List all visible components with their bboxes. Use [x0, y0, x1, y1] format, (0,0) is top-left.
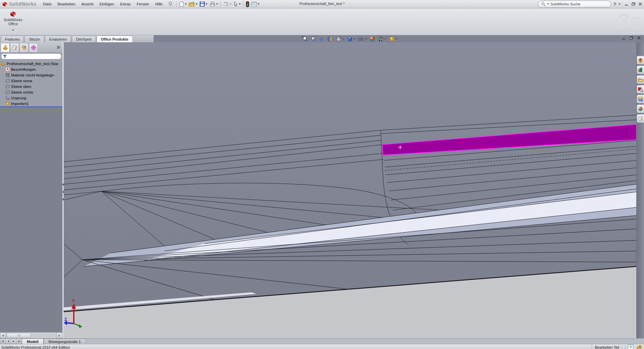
appearances-sphere-icon: [638, 106, 643, 111]
part-icon: [1, 61, 5, 66]
open-button[interactable]: [188, 1, 199, 7]
select-cursor-icon: [233, 1, 238, 7]
last-tab-button[interactable]: [16, 339, 22, 344]
doc-restore-button[interactable]: [630, 36, 633, 40]
configurationmanager-tab[interactable]: [19, 43, 29, 52]
tree-item-material[interactable]: Material <nicht festgelegt>: [0, 72, 62, 78]
previous-view-button[interactable]: [318, 36, 326, 42]
doc-minimize-button[interactable]: [622, 36, 626, 40]
panel-collapse-handle[interactable]: [62, 183, 64, 201]
open-folder-icon: [189, 1, 195, 7]
restore-button[interactable]: [632, 2, 635, 6]
tree-item-ebene-oben[interactable]: Ebene oben: [0, 84, 62, 89]
help-button[interactable]: ?: [613, 2, 616, 7]
doc-close-button[interactable]: [637, 36, 641, 40]
scroll-left-button[interactable]: [0, 333, 6, 338]
previous-tab-button[interactable]: [5, 339, 11, 344]
new-document-button[interactable]: [178, 1, 188, 7]
close-button[interactable]: [639, 2, 642, 6]
menu-einfuegen[interactable]: Einfügen: [97, 1, 117, 7]
edition-text: SolidWorks Professional 2010 x64 Edition: [1, 345, 70, 349]
tab-skizze[interactable]: Skizze: [24, 36, 44, 42]
tree-item-label: Material <nicht festgelegt>: [11, 73, 54, 77]
help-caret[interactable]: [619, 3, 621, 5]
menu-ansicht[interactable]: Ansicht: [78, 1, 97, 7]
pin-menu-icon[interactable]: [168, 2, 172, 6]
print-button[interactable]: [209, 1, 219, 7]
tree-item-annotations[interactable]: A Beschriftungen: [0, 66, 62, 72]
options-button[interactable]: [250, 1, 261, 7]
edit-appearance-button[interactable]: [369, 36, 376, 42]
tag-icon[interactable]: [636, 345, 643, 349]
tab-features[interactable]: Features: [1, 36, 24, 42]
tab-bewegungsstudie-1[interactable]: Bewegungsstudie 1: [44, 339, 86, 344]
tree-item-importiert1[interactable]: Importiert1: [0, 101, 62, 106]
rebuild-traffic-light-icon: [246, 1, 249, 7]
search-input[interactable]: SolidWorks Suche: [538, 1, 611, 7]
tree-item-ursprung[interactable]: Ursprung: [0, 95, 62, 101]
save-button[interactable]: [199, 1, 209, 7]
menu-bearbeiten[interactable]: Bearbeiten: [54, 1, 78, 7]
command-tab-row: Features Skizze Evaluieren DimXpert Offi…: [0, 35, 644, 42]
file-explorer-button[interactable]: [637, 75, 644, 84]
select-button[interactable]: [232, 1, 242, 7]
zoom-to-fit-button[interactable]: [302, 36, 309, 42]
minimize-button[interactable]: [625, 2, 628, 6]
view-orientation-button[interactable]: [335, 36, 345, 42]
apply-scene-button[interactable]: [377, 36, 387, 42]
custom-properties-button[interactable]: [637, 114, 644, 123]
tree-item-label: Beschriftungen: [11, 67, 36, 71]
tab-office-produkte[interactable]: Office Produkte: [97, 36, 133, 42]
chevron-right-double-icon: [56, 46, 60, 49]
tree-item-ebene-vorne[interactable]: Ebene vorne: [0, 78, 62, 84]
tree-filter-input[interactable]: [1, 53, 61, 59]
featuremanager-tab[interactable]: [1, 43, 10, 52]
plane-icon: [5, 79, 10, 83]
first-tab-button[interactable]: [0, 339, 5, 344]
design-library-button[interactable]: [637, 65, 644, 74]
tab-evaluieren[interactable]: Evaluieren: [45, 36, 71, 42]
options-icon: [251, 2, 257, 7]
scroll-thumb[interactable]: [7, 333, 31, 338]
undo-button[interactable]: [222, 1, 232, 7]
tree-root-label: Prothesenschaft_fein_test (Star: [7, 62, 58, 66]
search-scope-caret[interactable]: [547, 3, 549, 5]
ribbon-area: S W SolidWorks Office 3s: [0, 8, 644, 35]
menu-extras[interactable]: Extras: [117, 1, 133, 7]
toolbar-separator: [243, 1, 244, 7]
graphics-viewport[interactable]: X Z: [64, 42, 636, 338]
search-pane-button[interactable]: [637, 85, 644, 94]
tree-root-item[interactable]: Prothesenschaft_fein_test (Star: [0, 61, 62, 66]
menu-datei[interactable]: Datei: [40, 1, 55, 7]
menu-hilfe[interactable]: Hilfe: [152, 1, 166, 7]
propertymanager-tab[interactable]: [10, 43, 19, 52]
scroll-right-button[interactable]: [56, 333, 62, 338]
tab-modell[interactable]: Modell: [22, 339, 44, 344]
rebuild-button[interactable]: [245, 1, 250, 7]
zoom-to-area-icon: ?: [311, 36, 317, 42]
svg-text:W: W: [5, 4, 7, 6]
tree-split-bar[interactable]: [0, 106, 62, 107]
quick-tips-button[interactable]: ?: [628, 345, 633, 349]
hide-show-items-button[interactable]: [357, 36, 368, 42]
solidworks-resources-button[interactable]: [637, 56, 644, 64]
zoom-to-area-button[interactable]: ?: [310, 36, 317, 42]
solidworks-office-button[interactable]: S W SolidWorks Office: [2, 10, 24, 34]
display-style-button[interactable]: [346, 36, 356, 42]
next-tab-button[interactable]: [11, 339, 16, 344]
appearances-button[interactable]: [637, 104, 644, 113]
feature-manager-panel: Prothesenschaft_fein_test (Star A Beschr…: [0, 42, 64, 338]
annotations-icon: A: [5, 67, 10, 71]
view-palette-button[interactable]: [637, 95, 644, 103]
section-view-button[interactable]: [327, 36, 334, 42]
panel-overflow-button[interactable]: [56, 46, 60, 49]
triad-x-label: X: [72, 298, 75, 303]
svg-text:S: S: [11, 12, 13, 14]
view-settings-button[interactable]: [388, 36, 398, 42]
panel-horizontal-scrollbar[interactable]: [0, 332, 62, 338]
tab-dimxpert[interactable]: DimXpert: [72, 36, 96, 42]
edit-appearance-icon: [370, 36, 376, 42]
displaymanager-tab[interactable]: [29, 43, 38, 52]
tree-item-ebene-rechts[interactable]: Ebene rechts: [0, 89, 62, 95]
menu-fenster[interactable]: Fenster: [133, 1, 152, 7]
